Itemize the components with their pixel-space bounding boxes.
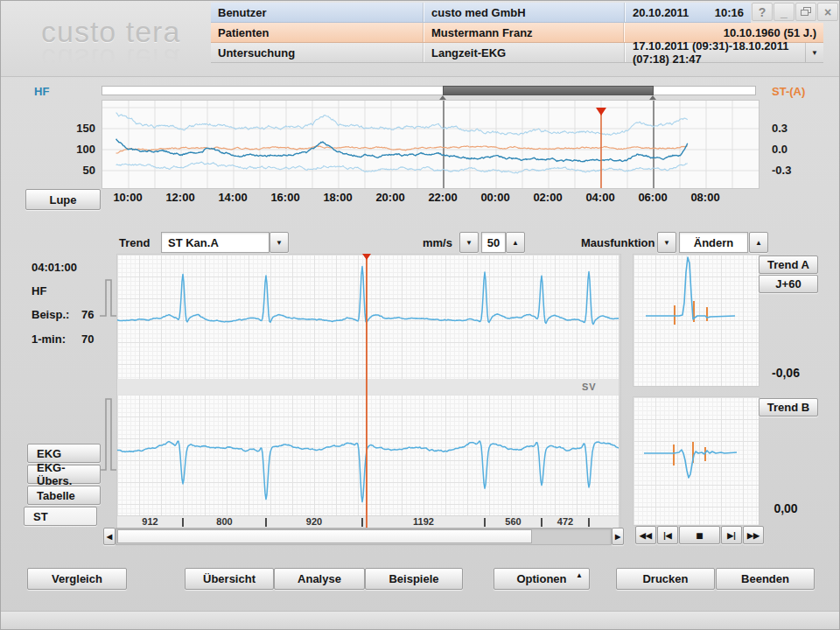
beat-tick-mark: [361, 518, 363, 527]
hf-axis-label: HF: [34, 85, 49, 98]
overview-range-track[interactable]: [102, 86, 756, 95]
time-tick-label: 04:00: [581, 191, 620, 204]
beat-tick-mark: [265, 518, 267, 527]
view-button-ekg[interactable]: EKG: [27, 444, 101, 463]
time-tick-label: 10:00: [108, 191, 147, 204]
rr-interval-value: 800: [200, 516, 249, 527]
header-row-examination[interactable]: Untersuchung Langzeit-EKG 17.10.2011 (09…: [211, 43, 823, 63]
view-button-ekg-uebersicht[interactable]: EKG-Übers.: [27, 465, 101, 484]
mouse-dropdown-button[interactable]: ▼: [657, 232, 676, 253]
time-tick-label: 14:00: [214, 191, 252, 204]
trend-select-value[interactable]: ST Kan.A: [161, 232, 270, 253]
rr-interval-value: 560: [489, 516, 538, 527]
header-row-user[interactable]: Benutzer custo med GmbH 20.10.2011 10:16: [211, 3, 751, 23]
trend-a-button[interactable]: Trend A: [759, 256, 818, 274]
optionen-button-label: Optionen: [516, 572, 566, 585]
cursor-timestamp: 04:01:00: [32, 261, 77, 274]
uebersicht-button[interactable]: Übersicht: [185, 568, 274, 590]
hf-tick-label: 50: [53, 164, 95, 177]
date-time-cell: 20.10.2011 10:16: [625, 3, 751, 22]
st-value-b: 0,00: [759, 501, 813, 515]
restore-button[interactable]: [795, 3, 816, 21]
user-name: custo med GmbH: [424, 3, 625, 22]
rr-interval-value: 472: [541, 516, 590, 527]
ecg-scrollbar-track[interactable]: [116, 528, 612, 545]
j60-button[interactable]: J+60: [759, 275, 818, 293]
mms-label: mm/s: [423, 236, 452, 249]
help-button[interactable]: ?: [752, 3, 773, 21]
rr-interval-value: 912: [126, 516, 175, 527]
close-button[interactable]: ×: [817, 3, 838, 21]
custo-tera-window: custo tera custo tera Benutzer custo med…: [0, 0, 840, 630]
patient-row-label: Patienten: [211, 23, 424, 42]
time-tick-label: 00:00: [476, 191, 514, 204]
trend-dropdown-button[interactable]: ▼: [270, 232, 289, 253]
trend-label: Trend: [119, 236, 150, 249]
scroll-right-button[interactable]: ▶: [612, 528, 624, 545]
previous-beat-button[interactable]: |◀: [657, 526, 678, 544]
lupe-button[interactable]: Lupe: [25, 189, 101, 210]
ecg-strip-channel-a[interactable]: [117, 255, 619, 379]
mouse-up-button[interactable]: ▲: [749, 232, 768, 253]
current-time: 10:16: [715, 6, 744, 19]
optionen-expand-icon: ▲: [576, 571, 583, 579]
examination-dropdown-icon[interactable]: ▼: [805, 43, 823, 62]
ecg-scrollbar-thumb[interactable]: [117, 529, 532, 543]
user-row-label: Benutzer: [211, 3, 424, 22]
template-trace: [644, 450, 737, 478]
trend-b-button[interactable]: Trend B: [759, 398, 818, 416]
hf-info-label: HF: [32, 284, 46, 298]
one-min-label: 1-min:: [32, 332, 66, 346]
st-tick-label: 0.3: [772, 122, 812, 135]
beisp-value: 76: [81, 308, 94, 321]
overview-selected-range[interactable]: [443, 86, 654, 95]
beenden-button[interactable]: Beenden: [716, 568, 815, 590]
view-button-st-active[interactable]: ST: [24, 507, 97, 526]
mouse-mode-value[interactable]: Ändern: [679, 232, 748, 253]
time-tick-label: 08:00: [686, 191, 724, 204]
beat-cursor-head[interactable]: [362, 254, 371, 260]
rr-interval-value: 920: [290, 516, 339, 527]
st-value-a: -0,06: [759, 366, 813, 380]
analyse-button[interactable]: Analyse: [274, 568, 365, 590]
drucken-button[interactable]: Drucken: [616, 568, 715, 590]
examination-type: Langzeit-EKG: [424, 43, 625, 62]
template-beat-a[interactable]: [633, 254, 760, 387]
time-tick-label: 06:00: [634, 191, 672, 204]
app-logo-reflection: custo tera: [41, 42, 180, 76]
next-beat-button[interactable]: ▶|: [721, 526, 742, 544]
scroll-left-button[interactable]: ◀: [103, 528, 116, 545]
optionen-button[interactable]: Optionen ▲: [494, 568, 590, 590]
time-tick-label: 20:00: [371, 191, 410, 204]
trend-overview-plot[interactable]: [102, 100, 760, 189]
ecg-trace-b: [117, 441, 619, 501]
template-beat-b[interactable]: [633, 396, 760, 526]
beat-tick-mark: [588, 518, 590, 527]
template-trace: [646, 257, 735, 319]
rr-interval-row: 9128009201192560472: [117, 515, 619, 528]
speed-value-field[interactable]: 50: [481, 232, 506, 253]
minimize-button[interactable]: _: [774, 3, 794, 21]
mms-dropdown-button[interactable]: ▼: [459, 232, 479, 253]
speed-up-button[interactable]: ▲: [506, 232, 525, 253]
st-axis-label: ST-(A): [772, 85, 805, 98]
mouse-function-label: Mausfunktion: [581, 236, 655, 249]
beispiele-button[interactable]: Beispiele: [365, 568, 463, 590]
fast-forward-button[interactable]: ▶▶: [743, 526, 764, 544]
time-tick-label: 22:00: [424, 191, 462, 204]
beat-cursor-line[interactable]: [366, 256, 368, 528]
time-tick-label: 18:00: [318, 191, 357, 204]
restore-icon: [801, 7, 812, 17]
rewind-button[interactable]: ◀◀: [635, 526, 656, 544]
st-tick-label: -0.3: [772, 164, 812, 177]
ecg-strip-channel-b[interactable]: [117, 395, 619, 515]
strip-separator-band: SV: [117, 379, 619, 395]
stop-button[interactable]: ■: [679, 526, 720, 544]
time-tick-label: 16:00: [266, 191, 304, 204]
hf-tick-label: 100: [53, 143, 95, 156]
vergleich-button[interactable]: Vergleich: [27, 568, 127, 590]
view-button-tabelle[interactable]: Tabelle: [27, 486, 101, 505]
hf-tick-label: 150: [53, 122, 95, 135]
time-tick-label: 12:00: [161, 191, 200, 204]
patient-name: Mustermann Franz: [424, 23, 624, 42]
